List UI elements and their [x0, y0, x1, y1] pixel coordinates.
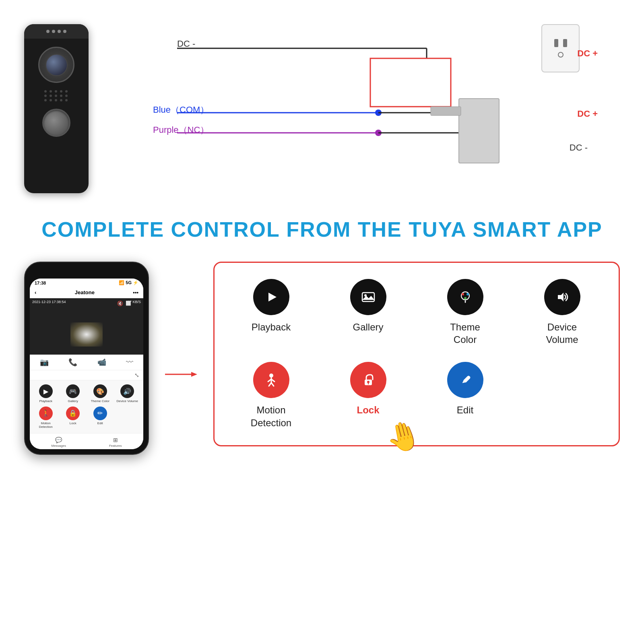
feature-device-volume[interactable]: DeviceVolume [522, 279, 603, 346]
speaker-grille [24, 90, 89, 101]
messages-label: Messages [51, 444, 66, 448]
svg-point-21 [464, 297, 466, 299]
feature-motion-icon [253, 362, 289, 398]
feature-edit[interactable]: Edit [425, 362, 506, 429]
hand-pointer-icon: 🤚 [382, 416, 424, 457]
phone-app-motion[interactable]: 🚶 Motion Detection [34, 407, 58, 429]
feature-playback[interactable]: Playback [231, 279, 312, 346]
camera-lens [45, 54, 68, 76]
dc-minus-strike-label: DC - [570, 142, 588, 153]
camera-icon[interactable]: 📷 [40, 358, 49, 367]
dc-minus-top-label: DC - [177, 39, 195, 49]
svg-line-28 [271, 383, 274, 386]
purple-wire-label: Purple（NC） [153, 124, 209, 136]
fullscreen-icon[interactable]: ⬜ [126, 301, 131, 306]
feature-theme-color[interactable]: ThemeColor [425, 279, 506, 346]
doorbell-device [24, 24, 89, 193]
phone-app-edit[interactable]: ✏ Edit [88, 407, 112, 429]
svg-marker-16 [362, 296, 374, 300]
phone-time: 17:38 [35, 281, 46, 285]
svg-point-17 [364, 294, 367, 297]
phone-app-grid: ▶ Playback 🎮 Gallery 🎨 Theme Color 🔊 Dev… [30, 380, 143, 433]
wiring-diagram: DC - DC + DC + DC - Blue（COM） Purple（NC） [97, 16, 620, 193]
nav-messages[interactable]: 💬 Messages [51, 437, 66, 448]
mute-icon[interactable]: 🔇 [117, 301, 123, 306]
volume-label: Device Volume [117, 399, 138, 403]
feature-motion-label: MotionDetection [251, 404, 291, 429]
lock-icon: 🔒 [66, 407, 80, 420]
page-title: COMPLETE CONTROL FROM THE TUYA SMART APP [0, 217, 644, 242]
led-dot [58, 30, 61, 33]
lock-label: Lock [70, 421, 76, 425]
feature-gallery-label: Gallery [353, 321, 383, 333]
features-icon: ⊞ [113, 437, 118, 443]
camera-area [24, 47, 89, 83]
svg-marker-14 [268, 293, 277, 301]
gallery-icon-svg [360, 289, 377, 305]
lock-icon-svg [360, 372, 377, 388]
svg-point-19 [462, 293, 464, 295]
video-timestamp: 2021-12-23 17:38:54 [32, 300, 66, 304]
back-icon[interactable]: ‹ [35, 289, 36, 295]
play-icon [263, 289, 280, 305]
phone-header: ‹ Jeatone ••• [30, 287, 143, 298]
feature-gallery-icon [350, 279, 386, 315]
title-section: COMPLETE CONTROL FROM THE TUYA SMART APP [0, 209, 644, 250]
edit-icon: ✏ [93, 407, 107, 420]
feature-lock-icon [350, 362, 386, 398]
led-dot [63, 30, 66, 33]
theme-label: Theme Color [91, 399, 109, 403]
volume-icon: 🔊 [120, 384, 134, 398]
motion-icon: 🚶 [39, 407, 53, 420]
feature-volume-label: DeviceVolume [546, 321, 578, 346]
volume-icon-svg [554, 289, 571, 305]
feature-edit-label: Edit [457, 404, 473, 416]
video-icon[interactable]: 📹 [97, 358, 106, 367]
phone-screen: 17:38 📶 5G ⚡ ‹ Jeatone ••• 2021-12-23 17… [30, 279, 143, 449]
features-label: Features [109, 444, 122, 448]
playback-icon: ▶ [39, 384, 53, 398]
phone-app-lock[interactable]: 🔒 Lock [61, 407, 85, 429]
dc-plus-strike-label: DC + [577, 109, 598, 119]
feature-gallery[interactable]: Gallery [328, 279, 409, 346]
feature-lock[interactable]: Lock 🤚 [328, 362, 409, 429]
led-dot [46, 30, 50, 33]
outlet-slots [554, 39, 567, 47]
motion-person-icon [263, 372, 280, 388]
phone-app-theme[interactable]: 🎨 Theme Color [88, 384, 112, 403]
doorbell-top-bar [24, 24, 89, 39]
outlet-ground [558, 52, 564, 58]
feature-motion-detection[interactable]: MotionDetection [231, 362, 312, 429]
feature-lock-label: Lock [357, 404, 379, 416]
messages-icon: 💬 [55, 437, 62, 443]
phone-bottom-nav: 💬 Messages ⊞ Features [30, 433, 143, 449]
phone-mockup: 17:38 📶 5G ⚡ ‹ Jeatone ••• 2021-12-23 17… [24, 262, 149, 455]
edit-label: Edit [97, 421, 103, 425]
phone-app-playback[interactable]: ▶ Playback [34, 384, 58, 403]
phone-app-gallery[interactable]: 🎮 Gallery [61, 384, 85, 403]
wave-icon[interactable]: 〰 [126, 358, 133, 367]
phone-video-feed: 2021-12-23 17:38:54 17 KB/S 🔇 ⬜ [30, 298, 143, 355]
nav-features[interactable]: ⊞ Features [109, 437, 122, 448]
blue-wire-label: Blue（COM） [153, 104, 209, 116]
dc-plus-outlet-label: DC + [577, 48, 598, 59]
expand-icon[interactable]: ⤡ [30, 370, 143, 380]
svg-marker-22 [558, 293, 564, 301]
feature-playback-label: Playback [252, 321, 291, 333]
svg-rect-10 [459, 99, 499, 163]
phone-call-icon[interactable]: 📞 [68, 358, 77, 367]
playback-label: Playback [39, 399, 52, 403]
motion-label: Motion Detection [34, 421, 58, 429]
phone-app-volume[interactable]: 🔊 Device Volume [116, 384, 140, 403]
theme-color-icon [457, 289, 474, 305]
gallery-icon: 🎮 [66, 384, 80, 398]
outlet-slot-left [554, 39, 558, 47]
video-light-effect [70, 322, 103, 347]
svg-point-20 [466, 293, 469, 295]
svg-rect-15 [362, 293, 374, 301]
app-features-panel: Playback Gallery [213, 262, 620, 446]
phone-status-bar: 17:38 📶 5G ⚡ [30, 279, 143, 287]
connector-arrow [165, 370, 197, 378]
svg-rect-2 [370, 58, 451, 107]
more-icon[interactable]: ••• [133, 289, 138, 295]
